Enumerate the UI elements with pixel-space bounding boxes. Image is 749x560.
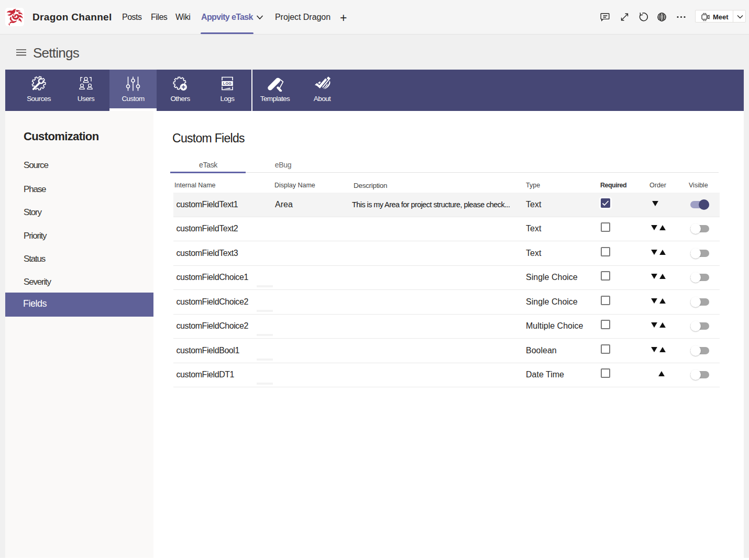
svg-text:LOG: LOG <box>223 81 232 86</box>
